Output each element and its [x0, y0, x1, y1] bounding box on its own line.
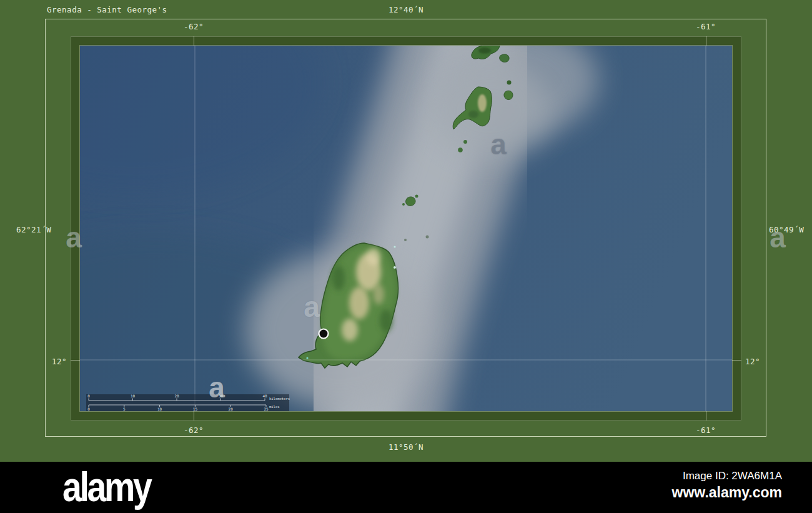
islet-les-tantes	[426, 236, 429, 239]
graticule-tick	[706, 411, 706, 421]
longitude-label-bottom-east: -61°	[681, 426, 731, 435]
graticule-tick	[194, 36, 194, 46]
scale-bar: 0 10 20 30 40 kilometers 0 5 10 15	[86, 394, 290, 411]
map-title: Grenada - Saint George's	[47, 5, 167, 14]
scale-mile-tick: 15	[193, 407, 198, 411]
scale-km-tick: 10	[131, 394, 136, 398]
islet-above-petite-martinique	[507, 81, 512, 85]
credit-bar: alamy Image ID: 2WA6M1A www.alamy.com	[0, 462, 812, 513]
longitude-label-top-west: -62°	[169, 22, 219, 31]
graticule-tick	[706, 36, 706, 46]
islet-saline	[463, 140, 467, 144]
island-petite-martinique	[504, 91, 513, 99]
scale-km-tick: 30	[219, 394, 224, 398]
map-border-band: 0 10 20 30 40 kilometers 0 5 10 15	[71, 36, 741, 421]
bottom-latitude-label: 11°50´N	[350, 442, 462, 452]
scale-mile-tick: 20	[229, 407, 234, 411]
islet-london-bridge	[404, 239, 407, 241]
longitude-label-bottom-west: -62°	[169, 426, 219, 435]
topographic-map: 0 10 20 30 40 kilometers 0 5 10 15	[80, 46, 732, 411]
location-marker-saint-georges	[319, 329, 329, 339]
edge-longitude-label-east: 60°49´W	[769, 225, 804, 234]
image-id-text: Image ID: 2WA6M1A	[672, 470, 782, 482]
scale-mile-tick: 10	[157, 407, 162, 411]
edge-longitude-label-west: 62°21´W	[16, 225, 51, 234]
islet-northeast	[500, 54, 510, 62]
longitude-label-top-east: -61°	[681, 22, 731, 31]
latitude-label-right: 12°	[740, 357, 765, 366]
graticule-tick	[732, 360, 741, 361]
scale-mile-unit: miles	[269, 405, 280, 409]
scale-mile-tick: 25	[264, 407, 269, 411]
islet-frigate	[458, 147, 463, 152]
scale-km-tick: 40	[262, 394, 267, 398]
graticule-tick	[194, 411, 194, 421]
scale-km-tick: 0	[87, 394, 90, 398]
alamy-logo: alamy	[62, 463, 150, 511]
scale-mile-tick: 5	[123, 407, 126, 411]
settlement-dot-east	[394, 266, 396, 269]
map-canvas: 0 10 20 30 40 kilometers 0 5 10 15	[80, 46, 732, 411]
settlement-dot-southwest	[306, 357, 308, 359]
scale-km-tick: 20	[174, 394, 179, 398]
settlement-dot-north	[394, 246, 395, 247]
scale-mile-tick: 0	[87, 407, 90, 411]
scale-km-unit: kilometers	[269, 397, 290, 401]
website-url: www.alamy.com	[672, 484, 782, 501]
latitude-label-left: 12°	[47, 357, 72, 366]
graticule-tick	[71, 360, 80, 361]
top-latitude-label: 12°40´N	[350, 5, 462, 14]
